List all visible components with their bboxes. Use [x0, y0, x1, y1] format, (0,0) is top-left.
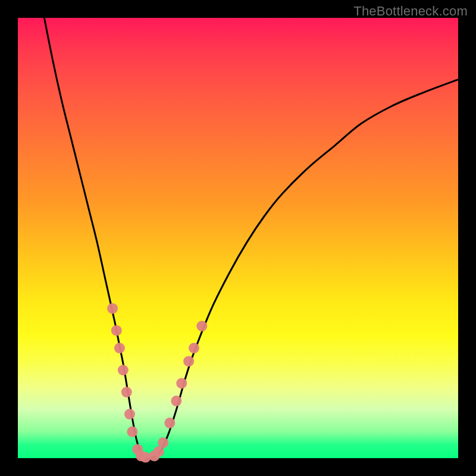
data-marker	[196, 321, 207, 331]
data-marker	[183, 356, 194, 367]
data-marker	[158, 437, 168, 448]
data-marker	[189, 343, 199, 353]
chart-plot-area	[18, 18, 458, 458]
watermark-text: TheBottleneck.com	[353, 4, 468, 19]
data-marker	[107, 303, 118, 314]
data-marker	[118, 365, 129, 375]
data-marker	[124, 409, 135, 419]
marker-cluster-left	[107, 303, 151, 462]
bottleneck-curve	[44, 18, 458, 459]
data-marker	[127, 427, 137, 437]
data-marker	[164, 418, 175, 428]
data-marker	[176, 378, 187, 389]
chart-svg	[18, 18, 458, 458]
data-marker	[171, 396, 181, 406]
data-marker	[121, 387, 132, 397]
data-marker	[114, 343, 125, 353]
data-marker	[111, 325, 122, 336]
